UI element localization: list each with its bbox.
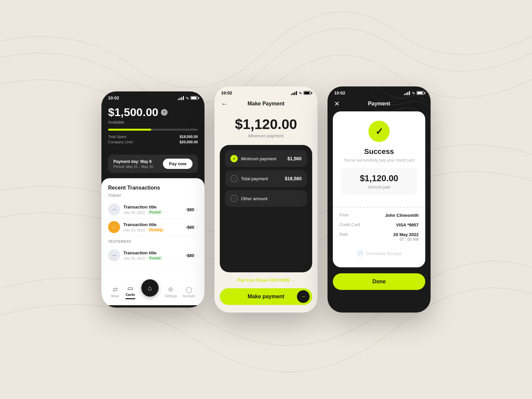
success-title: Success (339, 147, 419, 156)
make-payment-button[interactable]: Make payment → (220, 288, 312, 305)
account-icon: ◯ (186, 286, 192, 293)
phone2-content: ← Make Payment $1,120.00 Minimum payment… (214, 97, 318, 310)
payment-banner: Payment day: May 8 Period: May 01 - May … (108, 155, 198, 173)
amount-paid-box: $1,120.00 Amount paid (341, 168, 417, 195)
balance-display: $1,500.00 ? (108, 106, 198, 119)
receipt-divider (333, 207, 425, 207)
from-value: John Clinesmith (385, 213, 419, 218)
credit-card-label: Credit Card (339, 222, 360, 227)
date-sub: 07 : 00 AM (393, 237, 419, 242)
phone-2-payment: 10:02 ∿ ← Make Payment (214, 86, 318, 313)
payment-period: Period: May 01 - May 30 (113, 165, 153, 169)
transaction-item-3[interactable]: → Transaction title July 20, 2022 Posted… (108, 247, 198, 264)
receipt-top: ✓ Success You've successfully pay your c… (333, 111, 425, 201)
tx-date-row-3: July 20, 2022 Posted (123, 256, 186, 260)
tx-name-3: Transaction title (123, 250, 186, 255)
amount-section: $1,120.00 Minimum payment (214, 109, 318, 145)
back-button[interactable]: ← (221, 100, 228, 108)
phone-3-success: 10:02 ∿ ✕ Payment (328, 86, 431, 313)
check-total: ✓ (230, 175, 238, 182)
option-label-total: Total payment (241, 176, 268, 181)
tx-info-3: Transaction title July 20, 2022 Posted (123, 250, 186, 260)
pay-now-button[interactable]: Pay now (163, 159, 193, 169)
nav-account-label: Account (183, 294, 195, 298)
total-spent-row: Total Spent $18,500.00 (108, 135, 198, 139)
make-payment-arrow: → (297, 290, 310, 303)
date-value: 20 May 2022 (393, 232, 419, 237)
option-minimum-payment[interactable]: ✓ Minimum payment $1,560 (225, 150, 307, 167)
battery-icon-phone2 (304, 91, 311, 95)
phone3-header: ✕ Payment (328, 97, 431, 109)
tx-date-2: July 20, 2022 (123, 228, 145, 232)
company-limit-label: Company Limit: (108, 140, 133, 144)
phones-container: 10:02 ∿ $1,500.00 ? (101, 86, 431, 313)
phone1-header: $1,500.00 ? Available Total Spent $18,50… (101, 102, 204, 151)
nav-home-button[interactable]: ⌂ (141, 279, 159, 297)
time-phone3: 10:02 (334, 90, 345, 95)
option-label-minimum: Minimum payment (241, 156, 276, 161)
from-label: From (339, 213, 349, 217)
tx-chevron-1: › (196, 207, 198, 212)
nav-settings[interactable]: ⚙ Settings (165, 286, 177, 298)
option-left-other: ✓ Other amount (230, 195, 268, 202)
transaction-item-1[interactable]: → Transaction title July 20, 2022 Posted… (108, 201, 198, 218)
nav-move[interactable]: ⇄ Move (111, 286, 119, 298)
option-left-total: ✓ Total payment (230, 175, 268, 182)
nav-account[interactable]: ◯ Account (183, 286, 195, 298)
success-subtitle: You've successfully pay your credit card (339, 158, 419, 163)
help-icon[interactable]: ? (161, 109, 168, 116)
payment-banner-info: Payment day: May 8 Period: May 01 - May … (113, 159, 153, 169)
time-phone1: 10:02 (108, 95, 119, 100)
receipt-credit-card-row: Credit Card VISA *9957 (339, 222, 419, 227)
tx-chevron-2: › (196, 224, 198, 230)
receipt-details: From John Clinesmith Credit Card VISA *9… (333, 213, 425, 267)
amount-paid-value: $1,120.00 (346, 173, 412, 184)
cards-icon: ▭ (127, 285, 133, 292)
option-total-payment[interactable]: ✓ Total payment $18,560 (225, 170, 307, 187)
done-button[interactable]: Done (333, 273, 425, 290)
receipt-date-row: Date 20 May 2022 07 : 00 AM (339, 232, 419, 242)
phone3-content: ✕ Payment ✓ Success You've successfully … (328, 97, 431, 310)
tx-chevron-3: › (196, 253, 198, 258)
option-amount-minimum: $1,560 (287, 156, 302, 161)
tx-date-row-2: July 20, 2022 Pending (123, 228, 186, 232)
move-icon: ⇄ (113, 286, 118, 293)
bottom-nav: ⇄ Move ▭ Cards ⌂ ⚙ Settings ◯ Account (101, 280, 204, 305)
download-receipt-label: Download Receipt (366, 251, 401, 256)
pay-from-section[interactable]: Pay from Chase XXXX 0089 → (214, 272, 318, 286)
close-button[interactable]: ✕ (334, 100, 340, 108)
company-limit-row: Company Limit: $20,000.00 (108, 140, 198, 144)
tx-icon-3: → (108, 249, 120, 261)
check-minimum: ✓ (230, 155, 238, 162)
tx-icon-2: ← (108, 221, 120, 233)
tx-amount-2: -$80 (186, 225, 194, 230)
make-payment-title: Make Payment (247, 101, 284, 107)
battery-icon-phone3 (417, 91, 424, 95)
option-other-amount[interactable]: ✓ Other amount (225, 190, 307, 207)
receipt-from-row: From John Clinesmith (339, 213, 419, 218)
make-payment-label: Make payment (225, 294, 307, 300)
tx-date-3: July 20, 2022 (123, 256, 145, 260)
balance-amount: $1,500.00 (108, 106, 158, 119)
status-icons-phone2: ∿ (291, 91, 311, 95)
status-bar-phone3: 10:02 ∿ (328, 86, 431, 97)
transactions-panel: Recent Transactions TODAY → Transaction … (101, 178, 204, 280)
amount-paid-label: Amount paid (346, 185, 412, 190)
total-spent-label: Total Spent (108, 135, 126, 139)
option-left-minimum: ✓ Minimum payment (230, 155, 276, 162)
section-today: TODAY (108, 194, 198, 198)
tx-amount-3: -$80 (186, 253, 194, 258)
status-icons-phone1: ∿ (178, 96, 198, 100)
status-bar-phone2: 10:02 ∿ (214, 86, 318, 97)
nav-cards[interactable]: ▭ Cards (125, 285, 135, 299)
pay-from-text: Pay from Chase XXXX 0089 → (237, 278, 294, 283)
transaction-item-2[interactable]: ← Transaction title July 20, 2022 Pendin… (108, 218, 198, 236)
tx-date-row-1: July 20, 2022 Posted (123, 210, 186, 214)
tx-badge-3: Posted (147, 256, 163, 260)
time-phone2: 10:02 (221, 90, 232, 95)
nav-move-label: Move (111, 294, 119, 298)
date-label: Date (339, 232, 348, 237)
download-receipt-button[interactable]: 📄 Download Receipt (339, 246, 419, 261)
settings-icon: ⚙ (168, 286, 173, 293)
payment-title: Payment (368, 101, 390, 107)
